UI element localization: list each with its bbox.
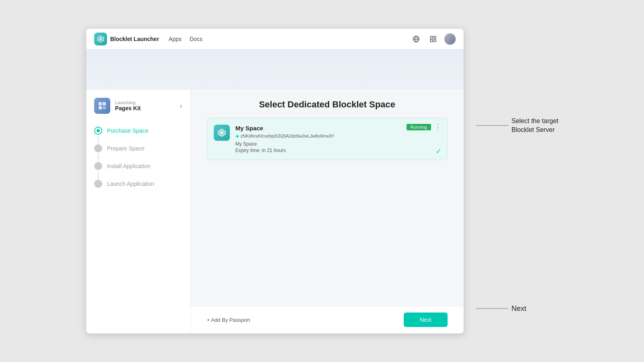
user-avatar[interactable] [444,33,456,45]
sidebar-app-icon [94,98,110,114]
nav-right [411,33,456,45]
annotation-next: Next [476,304,559,314]
step-circle-install [94,162,102,170]
svg-rect-6 [433,36,436,38]
grid-icon[interactable] [427,33,439,45]
hero-area [86,49,464,90]
nav-bar: Blocklet Launcher Apps Docs [86,29,464,49]
main-content: Launching Pages Kit ‹ Purchase Space Pre… [86,90,464,333]
next-button[interactable]: Next [404,313,448,327]
add-passport-button[interactable]: + Add By Passport [207,317,250,323]
svg-rect-8 [433,39,436,41]
content-header: Select Dedicated Blocklet Space [191,90,464,118]
app-logo-icon [94,33,107,45]
step-prepare-space: Prepare Space [94,140,182,157]
sidebar: Launching Pages Kit ‹ Purchase Space Pre… [86,90,191,333]
step-purchase-space[interactable]: Purchase Space [94,122,182,140]
more-options-button[interactable]: ⋮ [434,123,442,130]
did-text: zNKdKndVcxehjsS3Q0A2dz6w2wLJw8o9rrw3Y [241,134,334,138]
svg-rect-12 [99,106,102,109]
nav-docs-link[interactable]: Docs [190,34,202,44]
sidebar-steps: Purchase Space Prepare Space Install App… [86,122,190,193]
space-card-icon [214,125,230,141]
step-label-purchase: Purchase Space [107,128,149,134]
step-label-launch: Launch Application [107,181,155,187]
svg-rect-11 [103,102,106,105]
svg-rect-7 [430,39,432,41]
nav-title: Blocklet Launcher [110,36,159,42]
svg-rect-13 [103,106,106,109]
annotation-blocklet-server: Select the target Blocklet Server [476,117,559,135]
step-label-install: Install Application [107,163,151,169]
check-icon: ✓ [436,147,442,156]
launching-label: Launching [115,100,141,105]
svg-rect-10 [99,102,102,105]
step-launch-application: Launch Application [94,175,182,193]
status-badge: Running [407,124,431,130]
sidebar-app-info: Launching Pages Kit [115,100,141,111]
page-title: Select Dedicated Blocklet Space [207,99,448,110]
step-circle-purchase [94,127,102,135]
did-icon: ◈ [235,133,239,139]
annotation-text-next: Next [512,304,526,314]
nav-logo: Blocklet Launcher [94,33,159,45]
svg-rect-5 [430,36,432,38]
space-expiry: Expiry time: in 21 hours [235,148,441,153]
space-display-name: My Space [235,141,441,147]
app-name: Pages Kit [115,105,141,111]
step-label-prepare: Prepare Space [107,145,144,152]
nav-links: Apps Docs [169,34,202,44]
sidebar-header: Launching Pages Kit ‹ [86,98,190,122]
globe-icon[interactable] [411,33,422,45]
step-circle-prepare [94,144,102,152]
back-button[interactable]: ‹ [180,102,182,110]
space-card[interactable]: My Space ◈ zNKdKndVcxehjsS3Q0A2dz6w2wLJw… [207,118,448,160]
step-circle-launch [94,180,102,188]
content-body: My Space ◈ zNKdKndVcxehjsS3Q0A2dz6w2wLJw… [191,118,464,306]
content-footer: + Add By Passport Next [191,306,464,333]
svg-point-9 [444,33,456,45]
space-did: ◈ zNKdKndVcxehjsS3Q0A2dz6w2wLJw8o9rrw3Y [235,133,441,139]
annotation-text-blocklet-server: Select the target Blocklet Server [512,117,559,135]
content-area: Select Dedicated Blocklet Space My Space [191,90,464,333]
app-window: Blocklet Launcher Apps Docs [86,28,464,334]
step-install-application: Install Application [94,157,182,175]
nav-apps-link[interactable]: Apps [169,34,182,44]
